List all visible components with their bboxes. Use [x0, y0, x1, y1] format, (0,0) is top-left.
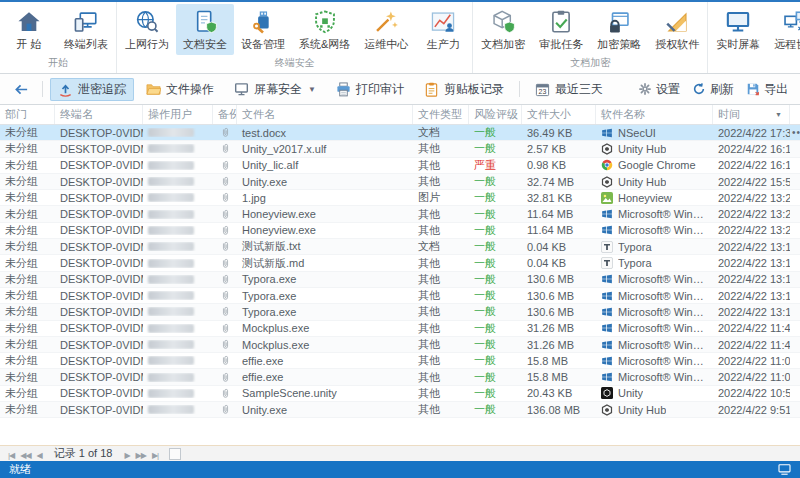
toolbar-button-file-ops[interactable]: 文件操作: [138, 78, 222, 101]
cell-filesize: 130.6 MB: [522, 290, 596, 302]
toolbar-button-print-audit[interactable]: 打印审计: [328, 78, 412, 101]
ribbon-item-remote[interactable]: 远程协助: [767, 4, 800, 55]
cell-operator-user: [143, 144, 213, 153]
ribbon-item-productivity[interactable]: 生产力: [415, 4, 471, 55]
cell-department: 未分组: [0, 288, 55, 303]
column-header-7[interactable]: 风险评级: [469, 105, 522, 124]
table-row[interactable]: 未分组 DESKTOP-0VIDMDJ SampleScene.unity 其他…: [0, 386, 800, 402]
toolbar-button-label: 打印审计: [356, 81, 404, 98]
cell-software: Typora: [596, 241, 713, 253]
chevron-down-icon: ▼: [308, 85, 316, 94]
back-button[interactable]: [6, 80, 37, 99]
cell-backup[interactable]: [213, 323, 237, 334]
cell-backup[interactable]: [213, 306, 237, 317]
table-row[interactable]: 未分组 DESKTOP-0VIDMDJ test.docx 文档 一般 36.4…: [0, 125, 800, 141]
cell-backup[interactable]: [213, 209, 237, 220]
redacted-user: [148, 177, 194, 186]
toolbar-button-label: 屏幕安全: [254, 81, 302, 98]
cell-filetype: 其他: [413, 223, 469, 238]
row-more-button[interactable]: •••: [790, 127, 800, 138]
first-page-icon[interactable]: |◀: [5, 451, 17, 460]
toolbar-button-clipboard-records[interactable]: 剪贴板记录: [416, 78, 512, 101]
ribbon-item-doc-security[interactable]: 文档安全: [176, 4, 234, 55]
ribbon-item-web-activity[interactable]: 上网行为: [118, 4, 176, 55]
action-refresh[interactable]: 刷新: [692, 81, 734, 98]
table-row[interactable]: 未分组 DESKTOP-0VIDMDJ Mockplus.exe 其他 一般 3…: [0, 337, 800, 353]
cell-terminal: DESKTOP-0VIDMDJ: [55, 290, 143, 302]
ribbon-item-home[interactable]: 开 始: [1, 4, 57, 55]
column-header-4[interactable]: 备份: [213, 105, 237, 124]
cell-filename: SampleScene.unity: [237, 387, 413, 399]
cell-backup[interactable]: [213, 290, 237, 301]
cell-backup[interactable]: [213, 192, 237, 203]
ribbon-item-approval[interactable]: 审批任务: [532, 4, 590, 55]
cell-backup[interactable]: [213, 143, 237, 154]
ribbon-item-screen[interactable]: 实时屏幕: [709, 4, 767, 55]
action-gear[interactable]: 设置: [638, 81, 680, 98]
cell-software: Unity: [596, 387, 713, 399]
ribbon-item-encrypt[interactable]: 文档加密: [474, 4, 532, 55]
cell-department: 未分组: [0, 370, 55, 385]
cell-backup[interactable]: [213, 339, 237, 350]
table-row[interactable]: 未分组 DESKTOP-0VIDMDJ Honeyview.exe 其他 一般 …: [0, 206, 800, 222]
table-row[interactable]: 未分组 DESKTOP-0VIDMDJ Typora.exe 其他 一般 130…: [0, 304, 800, 320]
cell-backup[interactable]: [213, 372, 237, 383]
cell-backup[interactable]: [213, 258, 237, 269]
column-header-10[interactable]: 时间▼: [713, 105, 790, 124]
cell-backup[interactable]: [213, 127, 237, 138]
next-page-icon[interactable]: ▶: [121, 451, 132, 460]
ribbon-item-network[interactable]: 系统&网络: [292, 4, 357, 55]
toolbar-button-calendar[interactable]: 最近三天: [527, 78, 611, 101]
filter-dropdown-icon[interactable]: ▼: [775, 105, 784, 124]
ribbon-item-license[interactable]: 授权软件: [648, 4, 706, 55]
redacted-user: [148, 259, 194, 268]
chrome-icon: [601, 159, 613, 171]
column-header-5[interactable]: 文件名: [237, 105, 413, 124]
cell-backup[interactable]: [213, 241, 237, 252]
cell-software: Honeyview: [596, 192, 713, 204]
table-row[interactable]: 未分组 DESKTOP-0VIDMDJ 测试新版.txt 文档 一般 0.04 …: [0, 239, 800, 255]
notification-icon[interactable]: [778, 464, 791, 475]
column-header-3[interactable]: 操作用户: [143, 105, 213, 124]
prev-page-icon[interactable]: ◀: [34, 451, 45, 460]
ribbon-item-label: 文档安全: [183, 37, 227, 52]
network-icon: [312, 8, 338, 35]
action-export[interactable]: 导出: [746, 81, 788, 98]
table-row[interactable]: 未分组 DESKTOP-0VIDMDJ Unity.exe 其他 一般 136.…: [0, 402, 800, 418]
ribbon-item-ops[interactable]: 运维中心: [357, 4, 415, 55]
column-header-9[interactable]: 软件名称: [596, 105, 713, 124]
table-row[interactable]: 未分组 DESKTOP-0VIDMDJ 1.jpg 图片 一般 32.81 KB…: [0, 190, 800, 206]
table-row[interactable]: 未分组 DESKTOP-0VIDMDJ Typora.exe 其他 一般 130…: [0, 272, 800, 288]
column-header-2[interactable]: 终端名: [55, 105, 143, 124]
cell-backup[interactable]: [213, 225, 237, 236]
table-row[interactable]: 未分组 DESKTOP-0VIDMDJ Unity.exe 其他 一般 32.7…: [0, 174, 800, 190]
cell-backup[interactable]: [213, 388, 237, 399]
table-row[interactable]: 未分组 DESKTOP-0VIDMDJ Mockplus.exe 其他 一般 3…: [0, 321, 800, 337]
table-row[interactable]: 未分组 DESKTOP-0VIDMDJ effie.exe 其他 一般 15.8…: [0, 369, 800, 385]
pager-extra-button[interactable]: [169, 448, 181, 460]
table-row[interactable]: 未分组 DESKTOP-0VIDMDJ 测试新版.md 其他 一般 0.04 K…: [0, 255, 800, 271]
column-header-8[interactable]: 文件大小: [522, 105, 596, 124]
table-row[interactable]: 未分组 DESKTOP-0VIDMDJ Unity_v2017.x.ulf 其他…: [0, 141, 800, 157]
toolbar-button-leak-trace[interactable]: 泄密追踪: [50, 78, 134, 101]
cell-backup[interactable]: [213, 176, 237, 187]
cell-backup[interactable]: [213, 160, 237, 171]
last-page-icon[interactable]: ▶|: [149, 451, 161, 460]
fast-next-icon[interactable]: ▶▶: [133, 451, 149, 460]
toolbar-button-screen-security[interactable]: 屏幕安全 ▼: [226, 78, 324, 101]
column-header-1[interactable]: 部门: [0, 105, 55, 124]
table-row[interactable]: 未分组 DESKTOP-0VIDMDJ Honeyview.exe 其他 一般 …: [0, 223, 800, 239]
ribbon-item-device[interactable]: 设备管理: [234, 4, 292, 55]
cell-filetype: 其他: [413, 272, 469, 287]
ribbon-item-policy[interactable]: 加密策略: [590, 4, 648, 55]
cell-backup[interactable]: [213, 404, 237, 415]
table-row[interactable]: 未分组 DESKTOP-0VIDMDJ Typora.exe 其他 一般 130…: [0, 288, 800, 304]
table-row[interactable]: 未分组 DESKTOP-0VIDMDJ effie.exe 其他 一般 15.8…: [0, 353, 800, 369]
column-header-6[interactable]: 文件类型: [413, 105, 469, 124]
cell-backup[interactable]: [213, 274, 237, 285]
table-row[interactable]: 未分组 DESKTOP-0VIDMDJ Unity_lic.alf 其他 严重 …: [0, 158, 800, 174]
ribbon-item-terminal-list[interactable]: 终端列表: [57, 4, 115, 55]
cell-terminal: DESKTOP-0VIDMDJ: [55, 339, 143, 351]
cell-backup[interactable]: [213, 355, 237, 366]
fast-prev-icon[interactable]: ◀◀: [17, 451, 33, 460]
